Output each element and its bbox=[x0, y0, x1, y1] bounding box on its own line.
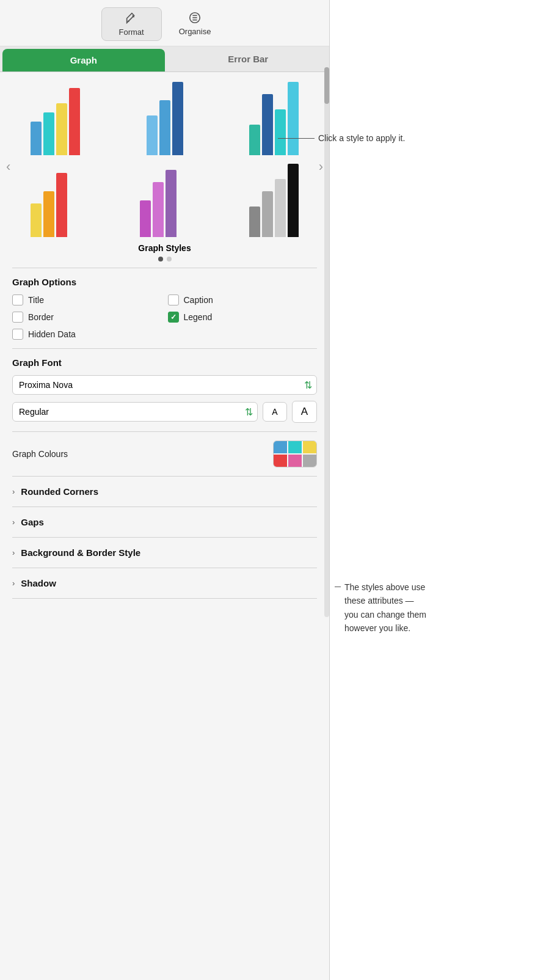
swatch-6 bbox=[303, 455, 316, 467]
graph-colours-label: Graph Colours bbox=[12, 449, 68, 459]
option-caption-label: Caption bbox=[184, 295, 213, 305]
gaps-title: Gaps bbox=[21, 517, 44, 527]
font-style-select[interactable]: Regular bbox=[12, 402, 258, 422]
chart-area: ‹ › bbox=[0, 72, 329, 261]
option-hidden-data: Hidden Data bbox=[12, 329, 162, 340]
option-legend: Legend bbox=[168, 312, 318, 323]
background-border-chevron: › bbox=[12, 548, 15, 557]
background-border-section[interactable]: › Background & Border Style bbox=[0, 538, 329, 568]
checkbox-hidden-data[interactable] bbox=[12, 329, 23, 340]
colour-swatch[interactable] bbox=[273, 441, 317, 467]
swatch-2 bbox=[288, 441, 302, 453]
options-grid: Title Caption Border Legend bbox=[12, 294, 317, 340]
chart-group-6[interactable] bbox=[249, 164, 299, 237]
option-title-label: Title bbox=[28, 295, 44, 305]
font-size-large-button[interactable]: A bbox=[292, 401, 317, 423]
font-style-wrapper: Regular ⇅ bbox=[12, 402, 258, 422]
chart-group-4[interactable] bbox=[31, 164, 67, 237]
dot-2 bbox=[167, 257, 172, 261]
tab-bar: Graph Error Bar bbox=[0, 46, 329, 72]
scrollbar-track bbox=[324, 67, 329, 617]
font-row2: Regular ⇅ A A bbox=[12, 401, 317, 423]
callout-1-text: Click a style to apply it. bbox=[318, 133, 405, 143]
graph-options-title: Graph Options bbox=[12, 277, 317, 287]
callout-2-line bbox=[335, 587, 341, 587]
divider-8 bbox=[12, 598, 317, 599]
dot-indicators bbox=[12, 257, 317, 261]
background-border-title: Background & Border Style bbox=[21, 547, 140, 558]
rounded-corners-title: Rounded Corners bbox=[21, 486, 98, 497]
callout-2-text: The styles above use these attributes — … bbox=[344, 580, 426, 635]
graph-colours-row: Graph Colours bbox=[0, 432, 329, 476]
dot-1 bbox=[158, 257, 163, 261]
graph-styles-label: Graph Styles bbox=[12, 243, 317, 253]
font-size-small-button[interactable]: A bbox=[263, 402, 286, 422]
option-caption: Caption bbox=[168, 294, 318, 305]
format-label: Format bbox=[119, 27, 144, 37]
checkbox-caption[interactable] bbox=[168, 294, 179, 305]
rounded-corners-chevron: › bbox=[12, 487, 15, 496]
chart-group-3[interactable] bbox=[249, 82, 299, 155]
shadow-title: Shadow bbox=[21, 578, 56, 588]
rounded-corners-section[interactable]: › Rounded Corners bbox=[0, 477, 329, 506]
swatch-4 bbox=[274, 455, 287, 467]
chart-group-1[interactable] bbox=[31, 82, 80, 155]
chart-nav-left[interactable]: ‹ bbox=[1, 156, 15, 177]
graph-font-title: Graph Font bbox=[12, 357, 317, 368]
graph-font-section: Graph Font Proxima Nova ⇅ Regular ⇅ A A bbox=[0, 349, 329, 431]
option-title: Title bbox=[12, 294, 162, 305]
font-name-wrapper: Proxima Nova ⇅ bbox=[12, 375, 317, 395]
chart-group-5[interactable] bbox=[140, 164, 177, 237]
format-button[interactable]: Format bbox=[101, 7, 162, 41]
gaps-chevron: › bbox=[12, 517, 15, 527]
checkbox-border[interactable] bbox=[12, 312, 23, 323]
gaps-section[interactable]: › Gaps bbox=[0, 507, 329, 537]
callout-1-area: Click a style to apply it. bbox=[278, 133, 405, 143]
option-hidden-data-label: Hidden Data bbox=[28, 329, 76, 339]
option-border-label: Border bbox=[28, 312, 54, 322]
font-name-select[interactable]: Proxima Nova bbox=[12, 375, 317, 395]
callout-1-line bbox=[278, 138, 315, 139]
callout-2-area: The styles above use these attributes — … bbox=[335, 580, 426, 635]
chart-row-2 bbox=[12, 164, 317, 237]
swatch-1 bbox=[274, 441, 287, 453]
tab-error-bar[interactable]: Error Bar bbox=[167, 46, 330, 71]
scrollbar-thumb[interactable] bbox=[324, 67, 329, 104]
option-legend-label: Legend bbox=[184, 312, 213, 322]
shadow-chevron: › bbox=[12, 579, 15, 588]
swatch-3 bbox=[303, 441, 316, 453]
tab-graph[interactable]: Graph bbox=[2, 49, 165, 71]
toolbar: Format Organise bbox=[0, 0, 329, 46]
chart-row-1 bbox=[12, 82, 317, 155]
checkbox-legend[interactable] bbox=[168, 312, 179, 323]
checkbox-title[interactable] bbox=[12, 294, 23, 305]
organise-label: Organise bbox=[179, 27, 211, 36]
organise-button[interactable]: Organise bbox=[162, 7, 228, 41]
graph-options-section: Graph Options Title Caption Border bbox=[0, 268, 329, 348]
option-border: Border bbox=[12, 312, 162, 323]
chart-group-2[interactable] bbox=[147, 82, 183, 155]
swatch-5 bbox=[288, 455, 302, 467]
shadow-section[interactable]: › Shadow bbox=[0, 568, 329, 598]
